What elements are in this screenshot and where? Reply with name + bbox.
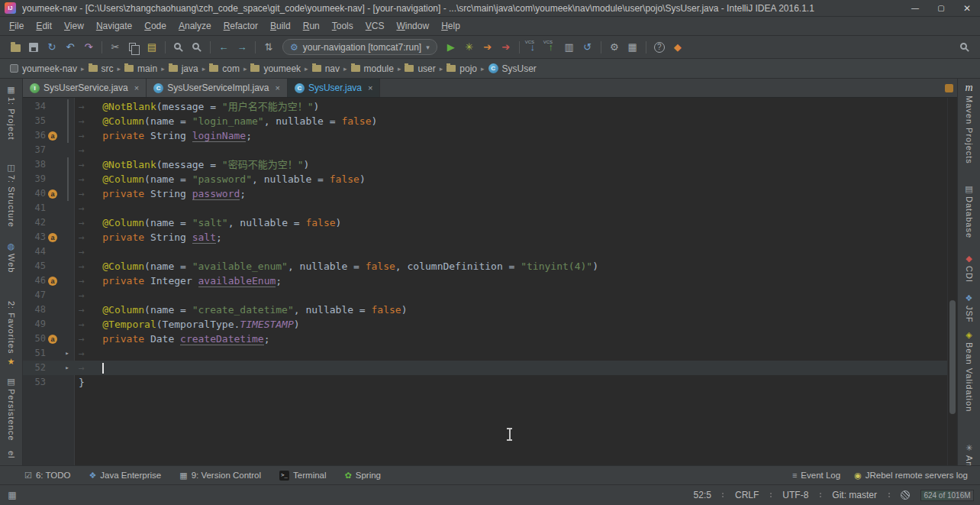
tool-window-button-version-control[interactable]: ▦9: Version Control <box>179 471 261 481</box>
back-icon[interactable]: ← <box>214 39 233 56</box>
replace-icon[interactable] <box>188 39 206 56</box>
annotation-gutter-icon[interactable]: a <box>48 131 57 141</box>
fold-arrow-icon[interactable]: ▸ <box>65 361 69 375</box>
synchronize-icon[interactable]: ↻ <box>43 39 61 56</box>
tool-stripe-el[interactable]: el <box>7 451 16 459</box>
save-all-icon[interactable] <box>24 39 43 56</box>
run-coverage-icon[interactable]: ✳ <box>460 39 479 56</box>
inspection-status-icon[interactable] <box>945 84 953 92</box>
inspections-profile-icon[interactable] <box>901 490 910 500</box>
project-structure-icon[interactable]: ▦ <box>624 39 642 56</box>
redo-icon[interactable]: ↷ <box>79 39 98 56</box>
menu-run[interactable]: Run <box>297 18 326 34</box>
breadcrumb-nav[interactable]: nav <box>310 63 342 75</box>
paste-icon[interactable]: ▤ <box>143 39 161 56</box>
code-line-51[interactable]: 51▸→ <box>23 346 957 361</box>
breadcrumb-user[interactable]: user <box>402 63 437 75</box>
editor-scrollbar[interactable] <box>947 98 957 465</box>
cut-icon[interactable]: ✂ <box>106 39 124 56</box>
maximize-button[interactable]: ▢ <box>928 0 954 16</box>
code-line-50[interactable]: 50a→private Date createDatetime; <box>23 332 957 346</box>
code-line-35[interactable]: 35→@Column(name = "login_name", nullable… <box>23 114 957 128</box>
line-sort-icon[interactable]: ⇅ <box>260 39 278 56</box>
minimize-button[interactable]: — <box>902 0 928 16</box>
rollback-icon[interactable]: ↺ <box>579 39 597 56</box>
status-line-separator[interactable]: CRLF <box>735 490 759 500</box>
run-icon[interactable]: ▶ <box>442 39 460 56</box>
tab-SysUserService.java[interactable]: ISysUserService.java× <box>23 79 147 97</box>
scrollbar-thumb[interactable] <box>949 300 956 414</box>
menu-window[interactable]: Window <box>390 18 435 34</box>
tool-stripe-database[interactable]: ▤Database <box>965 184 974 238</box>
copy-icon[interactable] <box>124 39 143 56</box>
memory-indicator[interactable]: 624 of 1016M <box>920 490 974 501</box>
menu-refactor[interactable]: Refactor <box>218 18 264 34</box>
menu-help[interactable]: Help <box>435 18 466 34</box>
jrebel-config-icon[interactable]: ◆ <box>669 39 687 56</box>
menu-navigate[interactable]: Navigate <box>90 18 138 34</box>
search-everywhere-icon[interactable] <box>956 39 974 56</box>
close-button[interactable]: ✕ <box>954 0 980 16</box>
menu-analyze[interactable]: Analyze <box>172 18 218 34</box>
code-line-34[interactable]: 34→@NotBlank(message = "用户名不能为空！") <box>23 99 957 114</box>
close-icon[interactable]: × <box>134 83 139 92</box>
close-icon[interactable]: × <box>276 83 280 92</box>
find-icon[interactable] <box>169 39 188 56</box>
breadcrumb-pojo[interactable]: pojo <box>444 63 479 75</box>
breadcrumb-src[interactable]: src <box>86 63 116 75</box>
code-line-37[interactable]: 37→ <box>23 143 957 157</box>
code-line-53[interactable]: 53} <box>23 375 957 390</box>
breadcrumb-java[interactable]: java <box>166 63 201 75</box>
breadcrumb-youmeek[interactable]: youmeek <box>248 63 303 75</box>
vcs-update-icon[interactable]: ↓VCS <box>524 39 542 56</box>
tool-window-button-spring[interactable]: ✿Spring <box>345 471 381 481</box>
status-encoding[interactable]: UTF-8 <box>782 490 808 500</box>
tool-stripe-cdi[interactable]: ◆CDI <box>965 254 974 283</box>
annotation-gutter-icon[interactable]: a <box>48 277 57 286</box>
undo-icon[interactable]: ↶ <box>61 39 79 56</box>
menu-code[interactable]: Code <box>138 18 172 34</box>
breadcrumb-youmeek-nav[interactable]: youmeek-nav <box>8 63 79 75</box>
fold-arrow-icon[interactable]: ▸ <box>65 346 69 361</box>
tool-stripe-maven-projects[interactable]: mMaven Projects <box>965 83 974 164</box>
code-line-46[interactable]: 46a→private Integer availableEnum; <box>23 274 957 288</box>
tool-window-button-todo[interactable]: ☑6: TODO <box>24 471 70 481</box>
code-line-49[interactable]: 49→@Temporal(TemporalType.TIMESTAMP) <box>23 317 957 332</box>
breadcrumb-main[interactable]: main <box>122 63 160 75</box>
run-configuration-select[interactable]: ⚙ your-navigation [tomcat7:run] ▾ <box>282 39 437 55</box>
tool-stripe-bean-validation[interactable]: ◈Bean Validation <box>965 330 974 412</box>
tab-SysUserServiceImpl.java[interactable]: CSysUserServiceImpl.java× <box>147 79 288 97</box>
tool-window-button-java-enterprise[interactable]: ❖Java Enterprise <box>89 471 161 481</box>
diff-icon[interactable]: ▥ <box>560 39 579 56</box>
tab-SysUser.java[interactable]: CSysUser.java× <box>288 79 380 97</box>
breadcrumb-com[interactable]: com <box>207 63 242 75</box>
tool-window-button-terminal[interactable]: >_Terminal <box>279 471 326 481</box>
code-editor[interactable]: 34→@NotBlank(message = "用户名不能为空！")35→@Co… <box>23 98 957 465</box>
menu-tools[interactable]: Tools <box>326 18 359 34</box>
code-line-36[interactable]: 36a→private String loginName; <box>23 128 957 143</box>
code-line-44[interactable]: 44→ <box>23 244 957 259</box>
tool-stripe-project[interactable]: ▦1: Project <box>7 85 16 140</box>
code-line-47[interactable]: 47→ <box>23 288 957 303</box>
tool-window-button-jrebel-log[interactable]: ◉JRebel remote servers log <box>854 471 968 481</box>
tool-stripe-jsf[interactable]: ❖JSF <box>965 293 974 323</box>
menu-build[interactable]: Build <box>264 18 297 34</box>
tool-stripe-web[interactable]: ◍Web <box>7 241 16 273</box>
tool-window-toggle-icon[interactable]: ▦ <box>6 489 18 501</box>
breadcrumb-module[interactable]: module <box>349 63 396 75</box>
vcs-commit-icon[interactable]: ↑VCS <box>542 39 560 56</box>
code-line-38[interactable]: 38→@NotBlank(message = "密码不能为空！") <box>23 157 957 172</box>
menu-vcs[interactable]: VCS <box>359 18 391 34</box>
close-icon[interactable]: × <box>368 83 372 92</box>
tool-stripe-favorites[interactable]: 2: Favorites★ <box>7 301 16 366</box>
help-icon[interactable]: ? <box>650 39 669 56</box>
status-caret-position[interactable]: 52:5 <box>694 490 711 500</box>
jrebel-debug-icon[interactable]: ➔ <box>497 39 515 56</box>
code-line-45[interactable]: 45→@Column(name = "available_enum", null… <box>23 259 957 274</box>
code-line-40[interactable]: 40a→private String password; <box>23 186 957 201</box>
annotation-gutter-icon[interactable]: a <box>48 335 57 344</box>
menu-edit[interactable]: Edit <box>30 18 58 34</box>
code-line-41[interactable]: 41→ <box>23 201 957 215</box>
breadcrumb-SysUser[interactable]: CSysUser <box>486 63 539 75</box>
jrebel-run-icon[interactable]: ➔ <box>479 39 497 56</box>
